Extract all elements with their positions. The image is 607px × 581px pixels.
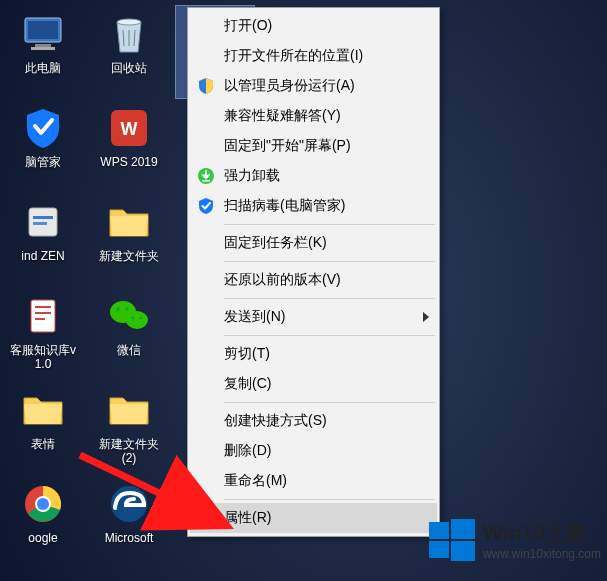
- desktop-icon-indzen[interactable]: ind ZEN: [4, 194, 82, 286]
- shield-admin-icon: [196, 76, 216, 96]
- menu-item-label: 扫描病毒(电脑管家): [224, 197, 345, 215]
- desktop-icon-recycle[interactable]: 回收站: [90, 6, 168, 98]
- uninstall-icon: [196, 166, 216, 186]
- icon-label: oogle: [28, 531, 57, 545]
- desktop-icon-oogle[interactable]: oogle: [4, 476, 82, 568]
- menu-rename[interactable]: 重命名(M): [190, 466, 437, 496]
- menu-item-label: 删除(D): [224, 442, 271, 460]
- menu-item-label: 打开文件所在的位置(I): [224, 47, 363, 65]
- svg-point-4: [117, 19, 141, 25]
- icon-label: 微信: [117, 343, 141, 357]
- menu-separator: [224, 261, 435, 262]
- icon-label: 回收站: [111, 61, 147, 75]
- menu-separator: [224, 298, 435, 299]
- watermark-title: Win10之家: [483, 519, 601, 547]
- menu-item-label: 复制(C): [224, 375, 271, 393]
- menu-item-label: 发送到(N): [224, 308, 285, 326]
- desktop-icon-wps[interactable]: W WPS 2019: [90, 100, 168, 192]
- icon-label: 脑管家: [25, 155, 61, 169]
- desktop-icon-kefu[interactable]: 客服知识库v1.0: [4, 288, 82, 380]
- icon-label: Microsoft: [105, 531, 154, 545]
- watermark-url: www.win10xitong.com: [483, 547, 601, 561]
- menu-item-label: 兼容性疑难解答(Y): [224, 107, 341, 125]
- svg-rect-2: [35, 44, 51, 47]
- svg-rect-17: [33, 222, 47, 225]
- guanjia-shield-icon: [196, 196, 216, 216]
- menu-open[interactable]: 打开(O): [190, 11, 437, 41]
- generic-doc-icon: [19, 292, 67, 340]
- desktop-icon-guanjia[interactable]: 脑管家: [4, 100, 82, 192]
- menu-item-label: 强力卸载: [224, 167, 280, 185]
- menu-scan-virus[interactable]: 扫描病毒(电脑管家): [190, 191, 437, 221]
- menu-item-label: 打开(O): [224, 17, 272, 35]
- windows-logo-icon: [429, 519, 475, 561]
- tencent-guanjia-icon: [19, 104, 67, 152]
- menu-troubleshoot[interactable]: 兼容性疑难解答(Y): [190, 101, 437, 131]
- menu-pin-start[interactable]: 固定到"开始"屏幕(P): [190, 131, 437, 161]
- menu-separator: [224, 335, 435, 336]
- desktop-icon-wechat[interactable]: 微信: [90, 288, 168, 380]
- menu-cut[interactable]: 剪切(T): [190, 339, 437, 369]
- menu-delete[interactable]: 删除(D): [190, 436, 437, 466]
- menu-item-label: 重命名(M): [224, 472, 287, 490]
- desktop-icon-edge[interactable]: Microsoft: [90, 476, 168, 568]
- menu-send-to[interactable]: 发送到(N): [190, 302, 437, 332]
- menu-separator: [224, 224, 435, 225]
- menu-item-label: 属性(R): [224, 509, 271, 527]
- svg-rect-1: [28, 21, 58, 39]
- menu-item-label: 还原以前的版本(V): [224, 271, 341, 289]
- icon-label: WPS 2019: [100, 155, 157, 169]
- desktop-icon-newfolder2[interactable]: 新建文件夹(2): [90, 382, 168, 474]
- icon-label: 表情: [31, 437, 55, 451]
- folder-icon: [105, 386, 153, 434]
- menu-restore-versions[interactable]: 还原以前的版本(V): [190, 265, 437, 295]
- desktop-icon-newfolder1[interactable]: 新建文件夹: [90, 194, 168, 286]
- submenu-arrow-icon: [423, 312, 429, 322]
- generic-app-icon: [19, 198, 67, 246]
- svg-rect-19: [35, 306, 51, 308]
- menu-create-shortcut[interactable]: 创建快捷方式(S): [190, 406, 437, 436]
- svg-rect-20: [35, 312, 51, 314]
- svg-point-30: [37, 498, 49, 510]
- svg-point-25: [125, 307, 129, 311]
- menu-open-location[interactable]: 打开文件所在的位置(I): [190, 41, 437, 71]
- menu-force-uninstall[interactable]: 强力卸载: [190, 161, 437, 191]
- edge-icon: [105, 480, 153, 528]
- menu-run-admin[interactable]: 以管理员身份运行(A): [190, 71, 437, 101]
- svg-point-23: [126, 311, 148, 329]
- svg-rect-21: [35, 318, 45, 320]
- svg-rect-3: [31, 47, 55, 50]
- svg-rect-33: [202, 180, 210, 182]
- folder-icon: [105, 198, 153, 246]
- svg-rect-16: [33, 216, 53, 219]
- menu-item-label: 创建快捷方式(S): [224, 412, 327, 430]
- svg-rect-37: [451, 541, 475, 561]
- svg-point-24: [116, 307, 120, 311]
- svg-text:W: W: [121, 119, 138, 139]
- computer-icon: [19, 10, 67, 58]
- menu-properties[interactable]: 属性(R): [190, 503, 437, 533]
- desktop-icon-biaoqing[interactable]: 表情: [4, 382, 82, 474]
- icon-label: ind ZEN: [21, 249, 64, 263]
- recycle-bin-icon: [105, 10, 153, 58]
- svg-point-26: [132, 317, 135, 320]
- menu-separator: [224, 402, 435, 403]
- desktop-icon-thispc[interactable]: 此电脑: [4, 6, 82, 98]
- svg-rect-18: [31, 300, 55, 332]
- svg-rect-34: [429, 522, 449, 539]
- chrome-icon: [19, 480, 67, 528]
- icon-label: 新建文件夹(2): [92, 437, 166, 465]
- menu-item-label: 以管理员身份运行(A): [224, 77, 355, 95]
- icon-label: 此电脑: [25, 61, 61, 75]
- menu-item-label: 固定到"开始"屏幕(P): [224, 137, 351, 155]
- icon-label: 客服知识库v1.0: [6, 343, 80, 371]
- svg-point-27: [140, 317, 143, 320]
- menu-separator: [224, 499, 435, 500]
- menu-copy[interactable]: 复制(C): [190, 369, 437, 399]
- menu-item-label: 固定到任务栏(K): [224, 234, 327, 252]
- watermark-text: Win10之家 www.win10xitong.com: [483, 519, 601, 561]
- wechat-icon: [105, 292, 153, 340]
- menu-pin-taskbar[interactable]: 固定到任务栏(K): [190, 228, 437, 258]
- svg-rect-36: [429, 541, 449, 558]
- folder-icon: [19, 386, 67, 434]
